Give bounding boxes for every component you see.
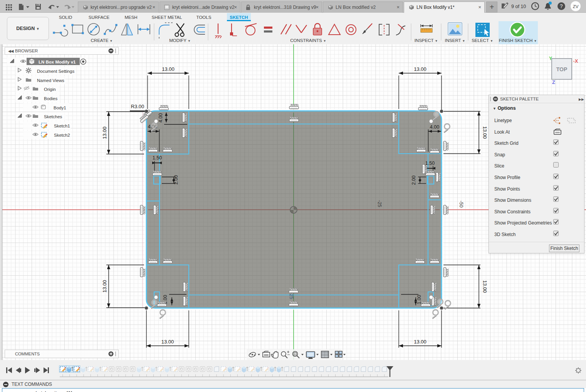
- svg-text:-50: -50: [458, 201, 464, 208]
- svg-text:▶▶: ▶▶: [579, 97, 584, 101]
- svg-text:1.50: 1.50: [153, 155, 162, 161]
- svg-text:Y: Y: [549, 55, 552, 61]
- svg-text:9 of 10: 9 of 10: [511, 4, 526, 9]
- svg-text:ZV: ZV: [573, 4, 579, 9]
- svg-text:4.00: 4.00: [430, 124, 439, 130]
- svg-text:TOP: TOP: [556, 66, 568, 72]
- svg-text:13.00: 13.00: [482, 126, 488, 139]
- svg-text:-X: -X: [573, 58, 578, 64]
- svg-text:-25: -25: [289, 292, 294, 299]
- svg-text:13.00: 13.00: [414, 339, 426, 345]
- svg-text:SKETCH PALETTE: SKETCH PALETTE: [500, 97, 539, 101]
- svg-text:Z: Z: [552, 79, 555, 85]
- svg-text:13.00: 13.00: [161, 339, 174, 345]
- svg-text:4.00: 4.00: [158, 113, 163, 122]
- svg-text:-25: -25: [377, 200, 382, 207]
- svg-text:1.00: 1.00: [416, 295, 422, 304]
- svg-text:13.00: 13.00: [102, 127, 107, 139]
- svg-text:2.00: 2.00: [411, 176, 416, 185]
- svg-text:R3.00: R3.00: [131, 104, 144, 109]
- svg-text:13.00: 13.00: [102, 280, 107, 293]
- svg-text:1.50: 1.50: [425, 161, 435, 166]
- svg-text:?: ?: [560, 3, 563, 9]
- svg-text:13.00: 13.00: [414, 66, 426, 72]
- svg-text:13.00: 13.00: [482, 280, 488, 293]
- svg-text:13.00: 13.00: [162, 66, 175, 72]
